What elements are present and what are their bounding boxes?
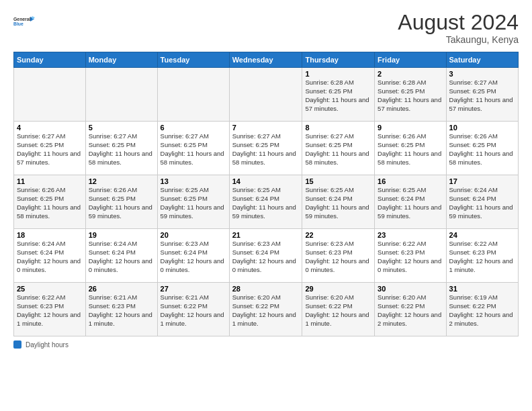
day-number: 26	[89, 285, 154, 293]
day-number: 16	[378, 177, 443, 185]
week-row-4: 18Sunrise: 6:24 AM Sunset: 6:24 PM Dayli…	[14, 229, 519, 283]
page: GeneralBlue August 2024 Takaungu, Kenya …	[0, 0, 532, 411]
day-number: 1	[305, 70, 371, 78]
day-number: 14	[232, 177, 300, 185]
day-cell	[229, 68, 302, 122]
day-cell: 9Sunrise: 6:26 AM Sunset: 6:25 PM Daylig…	[375, 122, 446, 175]
col-friday: Friday	[375, 52, 446, 68]
col-sunday: Sunday	[14, 52, 86, 68]
day-number: 30	[378, 285, 443, 293]
day-cell: 24Sunrise: 6:22 AM Sunset: 6:23 PM Dayli…	[446, 229, 518, 283]
day-number: 17	[449, 177, 515, 185]
svg-text:General: General	[13, 17, 31, 21]
day-number: 29	[305, 285, 371, 293]
col-wednesday: Wednesday	[229, 52, 302, 68]
footer: Daylight hours	[13, 340, 519, 349]
day-info: Sunrise: 6:26 AM Sunset: 6:25 PM Dayligh…	[17, 186, 83, 220]
day-cell: 17Sunrise: 6:24 AM Sunset: 6:24 PM Dayli…	[446, 175, 518, 229]
title-block: August 2024 Takaungu, Kenya	[398, 11, 519, 45]
day-cell: 4Sunrise: 6:27 AM Sunset: 6:25 PM Daylig…	[14, 122, 86, 175]
daylight-icon	[13, 340, 21, 349]
day-info: Sunrise: 6:25 AM Sunset: 6:25 PM Dayligh…	[161, 186, 226, 220]
day-info: Sunrise: 6:22 AM Sunset: 6:23 PM Dayligh…	[449, 240, 515, 274]
col-thursday: Thursday	[302, 52, 375, 68]
day-cell: 28Sunrise: 6:20 AM Sunset: 6:22 PM Dayli…	[229, 283, 302, 336]
day-info: Sunrise: 6:27 AM Sunset: 6:25 PM Dayligh…	[161, 132, 226, 167]
header-row: Sunday Monday Tuesday Wednesday Thursday…	[14, 52, 519, 68]
week-row-5: 25Sunrise: 6:22 AM Sunset: 6:23 PM Dayli…	[14, 283, 519, 336]
day-info: Sunrise: 6:23 AM Sunset: 6:24 PM Dayligh…	[161, 240, 226, 274]
day-cell: 16Sunrise: 6:25 AM Sunset: 6:24 PM Dayli…	[375, 175, 446, 229]
day-info: Sunrise: 6:25 AM Sunset: 6:24 PM Dayligh…	[232, 186, 300, 220]
logo-icon: GeneralBlue	[13, 11, 35, 32]
day-cell: 6Sunrise: 6:27 AM Sunset: 6:25 PM Daylig…	[157, 122, 229, 175]
day-cell: 3Sunrise: 6:27 AM Sunset: 6:25 PM Daylig…	[446, 68, 518, 122]
week-row-1: 1Sunrise: 6:28 AM Sunset: 6:25 PM Daylig…	[14, 68, 519, 122]
col-saturday: Saturday	[446, 52, 518, 68]
day-info: Sunrise: 6:21 AM Sunset: 6:23 PM Dayligh…	[89, 293, 154, 328]
day-info: Sunrise: 6:27 AM Sunset: 6:25 PM Dayligh…	[232, 132, 300, 167]
day-number: 22	[305, 231, 371, 239]
header: GeneralBlue August 2024 Takaungu, Kenya	[13, 11, 519, 45]
day-number: 9	[378, 124, 443, 132]
day-number: 23	[378, 231, 443, 239]
day-number: 18	[17, 231, 83, 239]
day-info: Sunrise: 6:24 AM Sunset: 6:24 PM Dayligh…	[17, 240, 83, 274]
day-cell: 29Sunrise: 6:20 AM Sunset: 6:22 PM Dayli…	[302, 283, 375, 336]
day-cell: 12Sunrise: 6:26 AM Sunset: 6:25 PM Dayli…	[85, 175, 157, 229]
day-cell: 23Sunrise: 6:22 AM Sunset: 6:23 PM Dayli…	[375, 229, 446, 283]
day-cell: 25Sunrise: 6:22 AM Sunset: 6:23 PM Dayli…	[14, 283, 86, 336]
day-cell: 31Sunrise: 6:19 AM Sunset: 6:22 PM Dayli…	[446, 283, 518, 336]
day-number: 2	[378, 70, 443, 78]
day-cell: 27Sunrise: 6:21 AM Sunset: 6:22 PM Dayli…	[157, 283, 229, 336]
day-number: 10	[449, 124, 515, 132]
day-cell: 7Sunrise: 6:27 AM Sunset: 6:25 PM Daylig…	[229, 122, 302, 175]
calendar: Sunday Monday Tuesday Wednesday Thursday…	[13, 52, 519, 336]
col-monday: Monday	[85, 52, 157, 68]
day-number: 21	[232, 231, 300, 239]
day-cell	[14, 68, 86, 122]
col-tuesday: Tuesday	[157, 52, 229, 68]
month-title: August 2024	[398, 11, 519, 34]
day-number: 4	[17, 124, 83, 132]
day-number: 3	[449, 70, 515, 78]
day-cell: 5Sunrise: 6:27 AM Sunset: 6:25 PM Daylig…	[85, 122, 157, 175]
day-cell	[157, 68, 229, 122]
day-number: 5	[89, 124, 154, 132]
day-number: 31	[449, 285, 515, 293]
day-info: Sunrise: 6:22 AM Sunset: 6:23 PM Dayligh…	[17, 293, 83, 328]
day-info: Sunrise: 6:27 AM Sunset: 6:25 PM Dayligh…	[305, 132, 371, 167]
day-number: 7	[232, 124, 300, 132]
day-cell: 15Sunrise: 6:25 AM Sunset: 6:24 PM Dayli…	[302, 175, 375, 229]
week-row-3: 11Sunrise: 6:26 AM Sunset: 6:25 PM Dayli…	[14, 175, 519, 229]
day-info: Sunrise: 6:21 AM Sunset: 6:22 PM Dayligh…	[161, 293, 226, 328]
day-cell: 21Sunrise: 6:23 AM Sunset: 6:24 PM Dayli…	[229, 229, 302, 283]
day-info: Sunrise: 6:26 AM Sunset: 6:25 PM Dayligh…	[378, 132, 443, 167]
day-info: Sunrise: 6:26 AM Sunset: 6:25 PM Dayligh…	[89, 186, 154, 220]
day-cell: 26Sunrise: 6:21 AM Sunset: 6:23 PM Dayli…	[85, 283, 157, 336]
day-cell: 18Sunrise: 6:24 AM Sunset: 6:24 PM Dayli…	[14, 229, 86, 283]
day-info: Sunrise: 6:27 AM Sunset: 6:25 PM Dayligh…	[449, 79, 515, 113]
day-info: Sunrise: 6:28 AM Sunset: 6:25 PM Dayligh…	[305, 79, 371, 113]
logo: GeneralBlue	[13, 11, 35, 32]
day-cell: 13Sunrise: 6:25 AM Sunset: 6:25 PM Dayli…	[157, 175, 229, 229]
day-number: 19	[89, 231, 154, 239]
day-cell: 19Sunrise: 6:24 AM Sunset: 6:24 PM Dayli…	[85, 229, 157, 283]
day-cell: 1Sunrise: 6:28 AM Sunset: 6:25 PM Daylig…	[302, 68, 375, 122]
day-cell: 10Sunrise: 6:26 AM Sunset: 6:25 PM Dayli…	[446, 122, 518, 175]
day-info: Sunrise: 6:20 AM Sunset: 6:22 PM Dayligh…	[232, 293, 300, 328]
day-cell: 30Sunrise: 6:20 AM Sunset: 6:22 PM Dayli…	[375, 283, 446, 336]
day-info: Sunrise: 6:23 AM Sunset: 6:23 PM Dayligh…	[305, 240, 371, 274]
day-number: 13	[161, 177, 226, 185]
day-cell: 22Sunrise: 6:23 AM Sunset: 6:23 PM Dayli…	[302, 229, 375, 283]
day-info: Sunrise: 6:25 AM Sunset: 6:24 PM Dayligh…	[305, 186, 371, 220]
subtitle: Takaungu, Kenya	[398, 34, 519, 45]
day-number: 15	[305, 177, 371, 185]
day-info: Sunrise: 6:20 AM Sunset: 6:22 PM Dayligh…	[305, 293, 371, 328]
day-cell: 8Sunrise: 6:27 AM Sunset: 6:25 PM Daylig…	[302, 122, 375, 175]
day-info: Sunrise: 6:24 AM Sunset: 6:24 PM Dayligh…	[449, 186, 515, 220]
day-number: 24	[449, 231, 515, 239]
day-number: 11	[17, 177, 83, 185]
week-row-2: 4Sunrise: 6:27 AM Sunset: 6:25 PM Daylig…	[14, 122, 519, 175]
day-cell: 14Sunrise: 6:25 AM Sunset: 6:24 PM Dayli…	[229, 175, 302, 229]
